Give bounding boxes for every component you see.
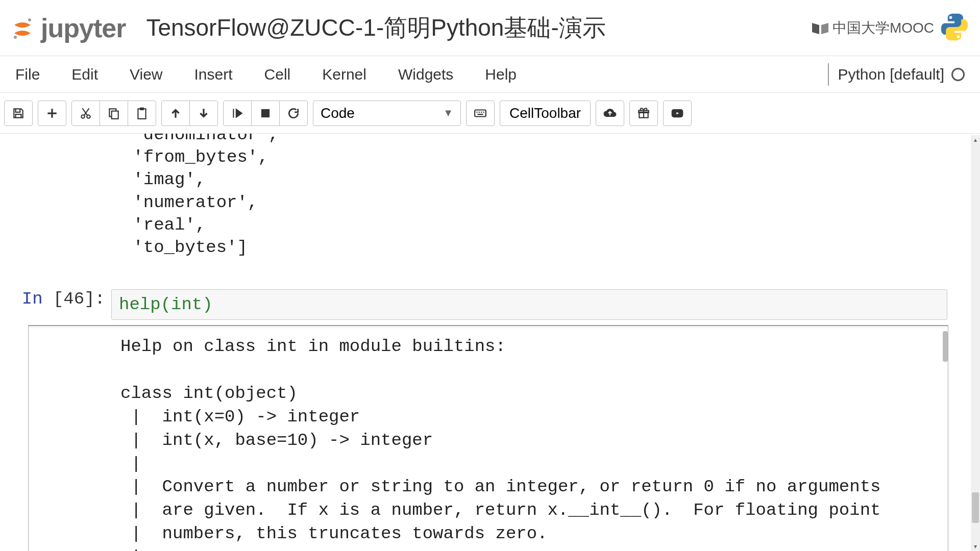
cut-button[interactable] bbox=[71, 101, 100, 126]
code-token-function: help bbox=[119, 295, 161, 314]
svg-point-3 bbox=[957, 35, 960, 38]
output-cell[interactable]: Help on class int in module builtins: cl… bbox=[28, 325, 948, 551]
header-bar: jupyter TensorFlow@ZUCC-1-简明Python基础-演示 … bbox=[0, 0, 980, 56]
cut-icon bbox=[79, 107, 92, 120]
menu-bar: File Edit View Insert Cell Kernel Widget… bbox=[0, 56, 980, 93]
output-scrollbar-thumb[interactable] bbox=[943, 331, 948, 362]
interrupt-button[interactable] bbox=[251, 101, 280, 126]
help-output-text: Help on class int in module builtins: cl… bbox=[29, 326, 948, 551]
run-button[interactable] bbox=[223, 101, 252, 126]
mooc-logo: 中国大学MOOC bbox=[811, 18, 934, 38]
paste-icon bbox=[135, 107, 149, 120]
celltoolbar-label: CellToolbar bbox=[509, 105, 581, 121]
paste-button[interactable] bbox=[128, 101, 156, 126]
jupyter-logo[interactable]: jupyter bbox=[10, 13, 126, 43]
move-down-button[interactable] bbox=[189, 101, 218, 126]
scroll-up-icon[interactable]: ▴ bbox=[971, 135, 980, 144]
toolbar: Code ▼ CellToolbar bbox=[0, 93, 980, 134]
jupyter-icon bbox=[10, 16, 35, 40]
code-token-paren-open: ( bbox=[161, 295, 171, 314]
move-up-button[interactable] bbox=[161, 101, 190, 126]
arrow-down-icon bbox=[197, 107, 210, 120]
menu-kernel[interactable]: Kernel bbox=[322, 66, 366, 83]
caret-down-icon: ▼ bbox=[443, 107, 453, 119]
code-cell[interactable]: In [46]: help(int) bbox=[0, 289, 980, 320]
notebook-area[interactable]: 'denominator', 'from_bytes', 'imag', 'nu… bbox=[0, 134, 980, 551]
svg-rect-7 bbox=[112, 111, 118, 118]
keyboard-icon bbox=[474, 107, 487, 120]
save-icon bbox=[12, 107, 25, 120]
gift-button[interactable] bbox=[629, 101, 658, 126]
arrow-up-icon bbox=[169, 107, 182, 120]
svg-rect-10 bbox=[261, 109, 269, 117]
book-icon bbox=[811, 21, 829, 35]
page-scrollbar-thumb[interactable] bbox=[972, 492, 979, 523]
svg-rect-9 bbox=[140, 108, 144, 110]
restart-icon bbox=[287, 107, 300, 120]
menu-insert[interactable]: Insert bbox=[194, 66, 233, 83]
input-prompt: In [46]: bbox=[0, 289, 111, 309]
previous-cell-output: 'denominator', 'from_bytes', 'imag', 'nu… bbox=[0, 134, 980, 259]
menu-widgets[interactable]: Widgets bbox=[398, 66, 453, 83]
jupyter-logo-text: jupyter bbox=[41, 13, 126, 43]
cloud-upload-icon bbox=[603, 107, 617, 120]
svg-rect-8 bbox=[138, 109, 145, 119]
svg-point-2 bbox=[949, 16, 952, 19]
menu-file[interactable]: File bbox=[15, 66, 40, 83]
cloud-upload-button[interactable] bbox=[596, 101, 624, 126]
menu-cell[interactable]: Cell bbox=[264, 66, 291, 83]
video-button[interactable] bbox=[663, 101, 692, 126]
python-logo-icon bbox=[939, 12, 970, 44]
command-palette-button[interactable] bbox=[466, 101, 495, 126]
menu-view[interactable]: View bbox=[130, 66, 162, 83]
run-icon bbox=[231, 107, 244, 120]
code-token-arg: int bbox=[171, 295, 202, 314]
code-token-paren-close: ) bbox=[202, 295, 212, 314]
kernel-status-icon bbox=[951, 68, 965, 81]
add-cell-button[interactable] bbox=[38, 101, 66, 126]
menu-edit[interactable]: Edit bbox=[71, 66, 98, 83]
copy-icon bbox=[107, 107, 120, 120]
cell-type-select[interactable]: Code ▼ bbox=[313, 101, 461, 126]
copy-button[interactable] bbox=[100, 101, 128, 126]
scroll-down-icon[interactable]: ▾ bbox=[971, 542, 980, 551]
svg-rect-11 bbox=[475, 110, 486, 116]
kernel-name: Python [default] bbox=[838, 66, 944, 83]
mooc-label: 中国大学MOOC bbox=[832, 18, 934, 38]
svg-point-0 bbox=[28, 18, 31, 21]
menu-help[interactable]: Help bbox=[485, 66, 517, 83]
plus-icon bbox=[45, 107, 59, 120]
stop-icon bbox=[259, 107, 272, 120]
youtube-icon bbox=[671, 107, 684, 120]
gift-icon bbox=[637, 107, 650, 120]
notebook-title[interactable]: TensorFlow@ZUCC-1-简明Python基础-演示 bbox=[146, 12, 605, 44]
page-scrollbar[interactable]: ▴ ▾ bbox=[971, 135, 980, 551]
svg-point-1 bbox=[14, 36, 17, 39]
kernel-indicator[interactable]: Python [default] bbox=[828, 63, 965, 86]
save-button[interactable] bbox=[4, 101, 33, 126]
celltoolbar-button[interactable]: CellToolbar bbox=[500, 101, 591, 126]
cell-type-value: Code bbox=[321, 105, 355, 121]
restart-button[interactable] bbox=[279, 101, 308, 126]
code-input-area[interactable]: help(int) bbox=[111, 289, 947, 320]
